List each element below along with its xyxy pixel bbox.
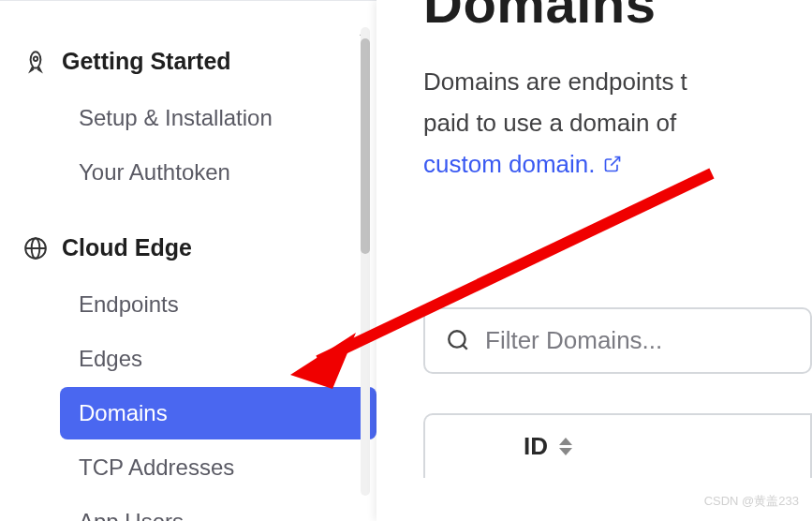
sidebar-item-your-authtoken[interactable]: Your Authtoken bbox=[60, 146, 376, 199]
sidebar-item-app-users[interactable]: App Users bbox=[60, 496, 376, 521]
sidebar: Getting Started Setup & Installation You… bbox=[0, 0, 376, 521]
sidebar-item-tcp-addresses[interactable]: TCP Addresses bbox=[60, 441, 376, 494]
sidebar-section-cloud-edge: Cloud Edge Endpoints Edges Domains TCP A… bbox=[22, 225, 376, 521]
sidebar-item-endpoints[interactable]: Endpoints bbox=[60, 278, 376, 331]
desc-text-1: Domains are endpoints t bbox=[423, 67, 687, 96]
table-header: ID bbox=[423, 413, 812, 478]
search-icon bbox=[446, 328, 470, 352]
main-content: Domains Domains are endpoints t paid to … bbox=[376, 0, 812, 521]
page-title: Domains bbox=[423, 0, 812, 35]
sort-icon bbox=[559, 438, 572, 455]
section-title: Cloud Edge bbox=[62, 234, 192, 261]
scrollbar-thumb[interactable] bbox=[361, 38, 370, 254]
sidebar-item-edges[interactable]: Edges bbox=[60, 333, 376, 385]
sidebar-item-domains[interactable]: Domains bbox=[60, 387, 376, 439]
svg-line-6 bbox=[463, 345, 467, 350]
section-header-cloud-edge[interactable]: Cloud Edge bbox=[22, 225, 376, 271]
link-text: custom domain. bbox=[423, 143, 596, 185]
sidebar-section-getting-started: Getting Started Setup & Installation You… bbox=[22, 38, 376, 199]
external-link-icon bbox=[603, 155, 622, 173]
filter-input-wrapper[interactable] bbox=[423, 307, 812, 374]
page-description: Domains are endpoints t paid to use a do… bbox=[423, 61, 812, 186]
globe-icon bbox=[22, 235, 49, 261]
section-header-getting-started[interactable]: Getting Started bbox=[22, 38, 376, 84]
sidebar-item-setup-installation[interactable]: Setup & Installation bbox=[60, 92, 376, 144]
custom-domain-link[interactable]: custom domain. bbox=[423, 143, 622, 185]
filter-input[interactable] bbox=[485, 326, 790, 355]
rocket-icon bbox=[22, 49, 49, 75]
svg-point-5 bbox=[449, 331, 465, 347]
section-title: Getting Started bbox=[62, 48, 231, 75]
svg-point-0 bbox=[34, 56, 37, 60]
column-label: ID bbox=[524, 432, 548, 461]
svg-line-4 bbox=[611, 157, 619, 166]
column-header-id[interactable]: ID bbox=[524, 432, 572, 461]
watermark: CSDN @黄盖233 bbox=[704, 493, 799, 510]
desc-text-2: paid to use a domain of bbox=[423, 109, 676, 137]
